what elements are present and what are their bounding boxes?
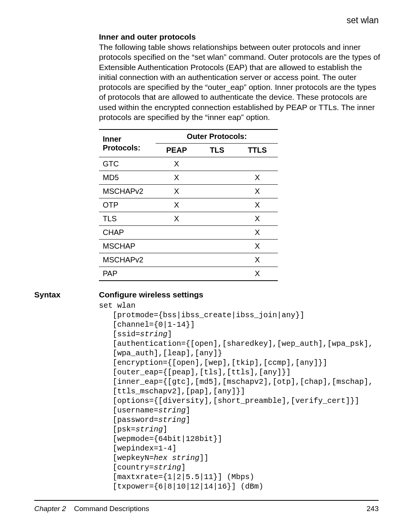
table-row-label: MSCHAPv2 (99, 253, 156, 267)
table-header-outer-col: TLS (198, 144, 237, 157)
code-text: [encryption={[open],[wep],[tkip],[ccmp],… (99, 358, 327, 367)
footer-chapter-title-text: Command Descriptions (74, 505, 149, 513)
code-text: [password= (99, 415, 158, 424)
footer-chapter-title (68, 505, 74, 513)
table-row-label: GTC (99, 157, 156, 171)
footer-chapter: Chapter 2 Command Descriptions (34, 505, 149, 513)
table-cell (198, 212, 237, 226)
code-text: [maxtxrate={1|2|5.5|11}] (Mbps) (99, 473, 254, 481)
code-text: [wpa_auth],[leap],[any]} (99, 349, 222, 358)
code-text: [options={[diversity],[short_preamble],[… (99, 396, 359, 405)
table-cell (198, 157, 237, 171)
code-text: [wepindex=1-4] (99, 444, 177, 453)
table-row: MSCHAPX (99, 240, 278, 253)
protocols-table: Inner Protocols: Outer Protocols: PEAPTL… (99, 129, 278, 281)
code-text: [psk= (99, 425, 135, 434)
table-row: CHAPX (99, 226, 278, 240)
code-text: ]] (199, 454, 209, 462)
table-header-outer-col: PEAP (156, 144, 197, 157)
footer-page-number: 243 (366, 505, 379, 513)
table-cell: X (237, 198, 278, 212)
code-italic: string (158, 415, 186, 424)
code-text: [inner_eap={[gtc],[md5],[mschapv2],[otp]… (99, 377, 373, 386)
code-text: [outer_eap={[peap],[tls],[ttls],[any]}] (99, 368, 291, 377)
code-text: ] (186, 406, 190, 415)
table-row-label: MSCHAP (99, 240, 156, 253)
table-row-label: MD5 (99, 171, 156, 185)
code-text: ] (181, 463, 186, 472)
page-header-command: set wlan (347, 15, 379, 26)
table-cell: X (156, 198, 197, 212)
table-cell (237, 157, 278, 171)
code-italic: string (158, 406, 186, 415)
table-cell: X (237, 212, 278, 226)
table-row-label: TLS (99, 212, 156, 226)
table-cell (156, 240, 197, 253)
table-row-label: PAP (99, 267, 156, 281)
code-text: ] (167, 330, 172, 339)
table-cell (156, 253, 197, 267)
page: set wlan Inner and outer protocols The f… (0, 0, 411, 532)
table-row-label: MSCHAPv2 (99, 185, 156, 198)
code-text: [wepkeyN= (99, 454, 154, 462)
table-row: GTCX (99, 157, 278, 171)
page-footer: Chapter 2 Command Descriptions 243 (34, 500, 379, 513)
code-italic: string (135, 425, 163, 434)
table-cell (198, 198, 237, 212)
table-row: MSCHAPv2XX (99, 185, 278, 198)
table-cell: X (237, 253, 278, 267)
table-row: TLSXX (99, 212, 278, 226)
table-cell (198, 267, 237, 281)
code-text: [txpower={6|8|10|12|14|16}] (dBm) (99, 482, 263, 491)
table-row: PAPX (99, 267, 278, 281)
table-header-outer-col: TTLS (237, 144, 278, 157)
table-cell: X (237, 171, 278, 185)
table-cell (156, 226, 197, 240)
code-text: [channel={0|1-14}] (99, 320, 195, 329)
footer-chapter-label: Chapter 2 (34, 505, 66, 513)
table-cell: X (237, 226, 278, 240)
code-text: [authentication={[open],[sharedkey],[wep… (99, 339, 373, 348)
code-text: ] (186, 415, 190, 424)
table-cell: X (156, 171, 197, 185)
table-cell: X (237, 240, 278, 253)
table-header-outer: Outer Protocols: (156, 129, 278, 144)
syntax-code-block: set wlan [protmode={bss|ibss_create|ibss… (99, 301, 381, 491)
table-cell: X (237, 185, 278, 198)
table-cell: X (156, 212, 197, 226)
table-cell (156, 267, 197, 281)
syntax-title: Configure wireless settings (99, 290, 381, 299)
table-row-label: OTP (99, 198, 156, 212)
code-italic: string (154, 463, 181, 472)
table-cell: X (156, 157, 197, 171)
table-cell: X (237, 267, 278, 281)
code-text: [ssid= (99, 330, 140, 339)
body-column: Inner and outer protocols The following … (99, 32, 381, 491)
table-cell (198, 240, 237, 253)
table-row: MSCHAPv2X (99, 253, 278, 267)
code-text: ] (163, 425, 167, 434)
code-text: [protmode={bss|ibss_create|ibss_join|any… (99, 311, 304, 320)
code-text: [wepmode={64bit|128bit}] (99, 435, 222, 443)
code-text: set wlan (99, 301, 135, 310)
code-text: [ttls_mschapv2],[pap],[any]}] (99, 387, 245, 396)
table-cell (198, 253, 237, 267)
table-cell (198, 185, 237, 198)
table-row: OTPXX (99, 198, 278, 212)
table-cell: X (156, 185, 197, 198)
syntax-side-label: Syntax (34, 290, 61, 299)
section-title-protocols: Inner and outer protocols (99, 32, 381, 42)
table-header-inner: Inner Protocols: (99, 129, 156, 157)
table-row-label: CHAP (99, 226, 156, 240)
code-text: [username= (99, 406, 158, 415)
table-row: MD5XX (99, 171, 278, 185)
code-italic: hex string (154, 454, 199, 462)
table-cell (198, 226, 237, 240)
section-paragraph-protocols: The following table shows relationships … (99, 42, 381, 122)
table-cell (198, 171, 237, 185)
code-text: [country= (99, 463, 154, 472)
code-italic: string (140, 330, 167, 339)
